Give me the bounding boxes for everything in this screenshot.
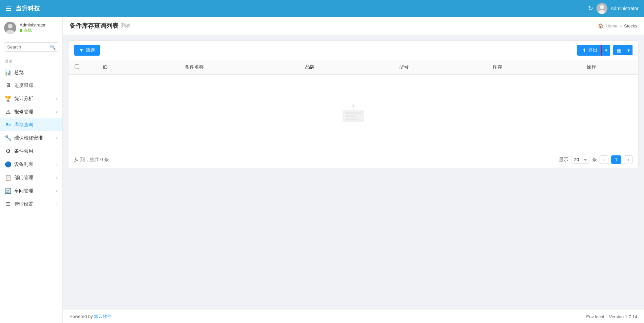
sidebar-item-maintenance[interactable]: 🔧 维保检修安排 <: [0, 131, 62, 145]
columns-dropdown-button[interactable]: ▾: [625, 45, 633, 55]
sidebar: Administrator 在线 🔍 菜单 📊 总览 🖥 进度跟踪 🏆: [0, 17, 63, 323]
status-online-dot: [20, 29, 22, 32]
app-logo: 当升科技: [16, 4, 40, 13]
sidebar-item-label: 车间管理: [14, 188, 53, 194]
progress-icon: 🖥: [5, 82, 12, 89]
sidebar-item-stock[interactable]: Be 库存查询: [0, 118, 62, 131]
chevron-right-icon: <: [56, 110, 58, 114]
prev-page-button[interactable]: ‹: [600, 155, 608, 164]
col-header-id: ID: [85, 60, 125, 75]
empty-state-cell: [69, 75, 638, 151]
sidebar-item-repair[interactable]: ⚠ 报修管理 <: [0, 105, 62, 118]
col-header-model: 型号: [357, 60, 451, 75]
avatar: [597, 3, 607, 14]
sidebar-item-label: 维保检修安排: [14, 135, 53, 141]
sidebar-item-workshops[interactable]: 🔄 车间管理 <: [0, 184, 62, 197]
stock-icon: Be: [5, 122, 12, 127]
sidebar-item-departments[interactable]: 📋 部门管理 <: [0, 171, 62, 184]
sidebar-user-info: Administrator 在线: [20, 22, 46, 33]
export-button[interactable]: ⬆ 导出: [577, 45, 602, 56]
sidebar-item-settings[interactable]: ☰ 管理设置 <: [0, 197, 62, 211]
columns-button[interactable]: ▦: [613, 45, 625, 55]
filter-icon: ▼: [79, 48, 84, 53]
sidebar-item-progress[interactable]: 🖥 进度跟踪: [0, 79, 62, 92]
app-footer: Powered by 鑫云软件 Env local Version 1.7.14: [63, 310, 644, 323]
header-right: ↻ Administrator: [588, 3, 639, 14]
breadcrumb-home[interactable]: Home: [606, 23, 618, 28]
empty-state: [74, 79, 633, 147]
page-subtitle: 列表: [121, 23, 131, 29]
svg-point-1: [600, 5, 604, 9]
header-left: ☰ 当升科技: [5, 4, 40, 13]
next-page-button[interactable]: ›: [624, 155, 633, 164]
refresh-icon[interactable]: ↻: [588, 5, 593, 12]
sidebar-item-label: 设备列表: [14, 162, 53, 168]
breadcrumb-current: Stocks: [624, 23, 637, 28]
powered-by-text: Powered by: [70, 314, 94, 319]
footer-left: Powered by 鑫云软件: [70, 314, 112, 320]
svg-rect-9: [345, 119, 359, 120]
devices-icon: 🔵: [5, 161, 12, 168]
footer-brand-link[interactable]: 鑫云软件: [94, 314, 112, 319]
chevron-right-icon: <: [56, 97, 58, 101]
table-header: ID 备件名称 品牌 型号 库存 操作: [69, 60, 638, 75]
toolbar-right: ⬆ 导出 ▾ ▦ ▾: [577, 45, 633, 56]
svg-rect-7: [345, 112, 362, 114]
sidebar-status: 在线: [20, 27, 46, 33]
parts-icon: ⚙: [5, 148, 12, 154]
home-icon: 🏠: [598, 23, 604, 28]
env-label: Env: [586, 314, 594, 319]
page-size-select[interactable]: 20 50 100: [571, 156, 589, 164]
chevron-right-icon: <: [56, 189, 58, 193]
page-1-button[interactable]: 1: [611, 155, 621, 164]
chevron-down-icon: ▾: [627, 48, 630, 53]
svg-marker-10: [351, 103, 356, 107]
sidebar-item-label: 部门管理: [14, 175, 53, 181]
export-icon: ⬆: [582, 48, 586, 53]
select-all-checkbox[interactable]: [75, 64, 79, 69]
departments-icon: 📋: [5, 174, 12, 181]
sidebar-item-label: 库存查询: [14, 122, 58, 128]
col-header-brand: 品牌: [263, 60, 357, 75]
display-label: 显示: [559, 157, 568, 163]
maintenance-icon: 🔧: [5, 135, 12, 141]
chevron-right-icon: <: [56, 149, 58, 153]
empty-state-row: [69, 75, 638, 151]
export-dropdown-button[interactable]: ▾: [602, 45, 610, 56]
sidebar-item-stats[interactable]: 🏆 统计分析 <: [0, 92, 62, 105]
col-header-name: 备件名称: [125, 60, 263, 75]
main-layout: Administrator 在线 🔍 菜单 📊 总览 🖥 进度跟踪 🏆: [0, 17, 644, 323]
workshops-icon: 🔄: [5, 188, 12, 194]
sidebar-item-label: 备件领用: [14, 148, 53, 154]
sidebar-item-label: 统计分析: [14, 96, 53, 102]
pagination-bar: 从 到，总共 0 条 显示 20 50 100 条 ‹ 1 ›: [69, 151, 638, 168]
per-page-suffix: 条: [592, 157, 597, 163]
filter-button[interactable]: ▼ 筛选: [74, 45, 100, 56]
repair-icon: ⚠: [5, 109, 12, 115]
page-title: 备件库存查询列表: [70, 22, 118, 30]
table-body: [69, 75, 638, 151]
table-area: ▼ 筛选 ⬆ 导出 ▾: [63, 35, 644, 310]
chevron-down-icon: ▾: [605, 48, 607, 53]
page-header: 备件库存查询列表 列表 🏠 Home » Stocks: [63, 17, 644, 35]
empty-state-icon: [340, 99, 367, 126]
export-label: 导出: [588, 47, 598, 53]
env-value: local: [595, 314, 604, 319]
pagination-summary: 从 到，总共 0 条: [74, 157, 109, 163]
sidebar-username: Administrator: [20, 22, 46, 27]
sidebar-item-overview[interactable]: 📊 总览: [0, 66, 62, 79]
page-title-wrap: 备件库存查询列表 列表: [70, 22, 131, 30]
sidebar-item-parts[interactable]: ⚙ 备件领用 <: [0, 145, 62, 158]
svg-point-4: [8, 24, 13, 28]
sidebar-item-label: 总览: [14, 70, 58, 76]
export-button-group: ⬆ 导出 ▾: [577, 45, 610, 56]
sidebar-item-devices[interactable]: 🔵 设备列表 <: [0, 158, 62, 171]
sidebar-search-area: 🔍: [0, 39, 62, 55]
menu-toggle-icon[interactable]: ☰: [5, 4, 12, 13]
settings-icon: ☰: [5, 201, 12, 207]
sidebar-item-label: 报修管理: [14, 109, 53, 115]
search-icon: 🔍: [50, 44, 56, 50]
checkbox-header: [69, 60, 85, 75]
table-header-row: ID 备件名称 品牌 型号 库存 操作: [69, 60, 638, 75]
stats-icon: 🏆: [5, 95, 12, 102]
